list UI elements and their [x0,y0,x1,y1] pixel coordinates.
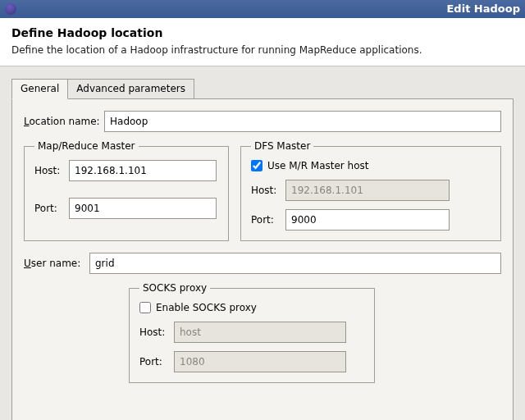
mr-port-label: Port: [34,203,69,214]
dfs-port-label: Port: [251,214,285,226]
user-name-input[interactable] [89,253,501,274]
socks-proxy-group: SOCKS proxy Enable SOCKS proxy Host: Por… [129,282,375,383]
dialog-header: Define Hadoop location Define the locati… [0,18,525,66]
socks-host-label: Host: [139,326,174,338]
socks-host-input [174,322,346,343]
eclipse-icon [5,3,16,15]
location-name-input[interactable] [104,111,501,132]
socks-proxy-legend: SOCKS proxy [139,282,210,294]
dfs-port-input[interactable] [285,209,450,231]
use-mr-host-label: Use M/R Master host [267,160,368,171]
dfs-host-input [285,180,450,201]
dfs-master-group: DFS Master Use M/R Master host Host: Por… [240,140,501,241]
titlebar: Edit Hadoop [0,0,525,18]
tab-advanced[interactable]: Advanced parameters [68,79,194,99]
mr-host-input[interactable] [69,160,217,181]
use-mr-host-checkbox[interactable] [251,160,262,171]
mr-port-input[interactable] [69,198,217,219]
mapreduce-master-legend: Map/Reduce Master [34,140,139,152]
mr-host-label: Host: [34,165,69,176]
tab-general[interactable]: General [11,79,68,99]
socks-port-label: Port: [139,356,174,368]
user-name-label: User name: [24,258,89,269]
location-name-label: Location name: [24,116,104,127]
page-subtitle: Define the location of a Hadoop infrastr… [11,44,514,56]
page-title: Define Hadoop location [11,26,514,39]
window-title: Edit Hadoop [446,0,520,18]
tab-panel-general: Location name: Map/Reduce Master Host: P… [11,98,514,420]
dfs-host-label: Host: [251,185,285,196]
enable-socks-label: Enable SOCKS proxy [156,302,257,313]
socks-port-input [174,351,346,372]
enable-socks-checkbox[interactable] [139,302,151,313]
tab-strip: General Advanced parameters [11,79,514,99]
mapreduce-master-group: Map/Reduce Master Host: Port: [24,140,229,241]
dfs-master-legend: DFS Master [251,140,313,152]
